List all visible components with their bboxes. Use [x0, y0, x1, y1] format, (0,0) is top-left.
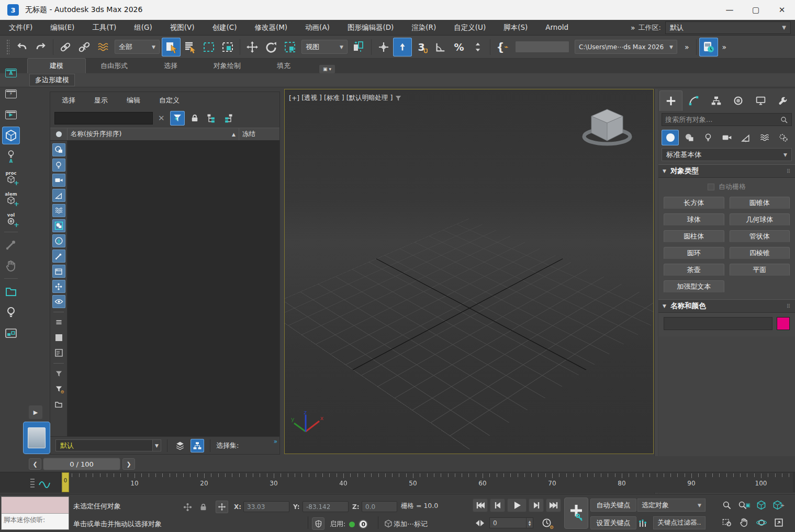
- ribbon-tab-populate[interactable]: 填充: [255, 59, 312, 73]
- create-tube-button[interactable]: 管状体: [730, 230, 790, 243]
- snap-toggle-3d-icon[interactable]: 3: [412, 38, 431, 56]
- tab-display[interactable]: [750, 90, 772, 111]
- add-time-tag[interactable]: 添加⋯标记: [394, 519, 428, 529]
- list-view-button[interactable]: [52, 316, 65, 329]
- detail-view-button[interactable]: [52, 346, 65, 359]
- select-and-link-icon[interactable]: [56, 38, 75, 56]
- per-view-filter-icon[interactable]: [395, 95, 402, 102]
- column-frozen-header[interactable]: 冻结: [239, 128, 279, 140]
- view-cube[interactable]: [576, 101, 639, 160]
- display-hidden-toggle[interactable]: [52, 295, 65, 308]
- select-and-place-button[interactable]: [393, 38, 412, 56]
- create-cylinder-button[interactable]: 圆柱体: [664, 230, 724, 243]
- minimize-button[interactable]: —: [716, 0, 743, 20]
- display-groups-toggle[interactable]: [52, 219, 65, 232]
- play-button[interactable]: [507, 499, 527, 512]
- spinner-snap-toggle-icon[interactable]: [468, 38, 487, 56]
- zoom-icon[interactable]: [718, 496, 735, 514]
- listener-label[interactable]: 脚本迷你侦听:: [2, 514, 69, 529]
- z-coordinate-field[interactable]: [362, 501, 397, 512]
- create-sphere-button[interactable]: 球体: [664, 213, 724, 226]
- bind-to-space-warp-icon[interactable]: [94, 38, 113, 56]
- create-plane-button[interactable]: 平面: [730, 264, 790, 276]
- select-object-button[interactable]: [162, 38, 181, 56]
- display-geometry-toggle[interactable]: [52, 143, 65, 156]
- pan-icon[interactable]: [735, 514, 753, 531]
- selection-lock-toggle[interactable]: [197, 501, 209, 513]
- display-helpers-toggle[interactable]: [52, 189, 65, 202]
- preset-dropdown-arrow[interactable]: ▼: [153, 439, 161, 451]
- menu-animation[interactable]: 动画(A): [296, 20, 339, 35]
- tab-motion[interactable]: [727, 90, 749, 111]
- timeline-playhead[interactable]: 0: [62, 472, 69, 492]
- column-type-icon[interactable]: [50, 128, 68, 140]
- maximize-viewport-icon[interactable]: [770, 514, 787, 531]
- object-color-swatch[interactable]: [777, 317, 790, 330]
- ribbon-tab-modeling[interactable]: 建模: [27, 58, 86, 73]
- tab-utilities[interactable]: [772, 90, 794, 111]
- set-key-button[interactable]: 设置关键点: [590, 516, 636, 529]
- explorer-search-input[interactable]: [54, 112, 153, 124]
- display-biped-toggle[interactable]: [52, 280, 65, 293]
- hierarchy-view-button[interactable]: [191, 439, 204, 452]
- expand-hierarchy-icon[interactable]: [205, 111, 218, 125]
- light-lister-icon[interactable]: [2, 303, 20, 321]
- menu-graph-editors[interactable]: 图形编辑器(D): [339, 20, 402, 35]
- display-bones-toggle[interactable]: [52, 250, 65, 263]
- primitive-category-dropdown[interactable]: 标准基本体 ▼: [662, 148, 792, 161]
- zoom-all-icon[interactable]: ▣: [735, 496, 753, 514]
- keyable-icon[interactable]: [637, 517, 650, 530]
- app-icon[interactable]: 3: [7, 4, 19, 16]
- close-button[interactable]: ✕: [769, 0, 795, 20]
- maxscript-mini-listener[interactable]: 脚本迷你侦听:: [1, 496, 69, 530]
- next-key-button[interactable]: [529, 499, 544, 512]
- named-selection-input[interactable]: [515, 41, 569, 53]
- blank-view-button[interactable]: [52, 331, 65, 344]
- named-selection-sets-button[interactable]: {⌁: [493, 38, 512, 56]
- menu-customize[interactable]: 自定义(U): [445, 20, 495, 35]
- category-shapes[interactable]: [680, 130, 698, 145]
- filter-list-button[interactable]: [52, 367, 65, 380]
- display-xrefs-toggle[interactable]: [52, 234, 65, 247]
- render-setup-button[interactable]: [699, 38, 718, 56]
- select-and-scale-button[interactable]: [281, 38, 299, 56]
- explorer-menu-edit[interactable]: 编辑: [127, 96, 140, 105]
- orbit-icon[interactable]: [753, 514, 770, 531]
- key-selection-dropdown[interactable]: 选定对象 ▼: [637, 499, 706, 512]
- layer-explorer-button[interactable]: [173, 439, 187, 452]
- menu-modifiers[interactable]: 修改器(M): [245, 20, 296, 35]
- autogrid-checkbox[interactable]: [708, 184, 714, 190]
- object-search-input[interactable]: [665, 116, 780, 123]
- y-coordinate-field[interactable]: [303, 501, 349, 512]
- clear-search-icon[interactable]: ✕: [156, 114, 167, 123]
- select-and-rotate-button[interactable]: [262, 38, 281, 56]
- set-keys-button[interactable]: [564, 497, 588, 529]
- menu-file[interactable]: 文件(F): [0, 20, 41, 35]
- category-spacewarps[interactable]: [756, 130, 773, 145]
- zoom-extents-all-icon[interactable]: +: [770, 496, 787, 514]
- select-by-name-button[interactable]: [181, 38, 199, 56]
- current-frame-spinner[interactable]: 0 ▲▼: [489, 517, 533, 528]
- selection-filter-dropdown[interactable]: 全部 ▼: [115, 40, 160, 54]
- zoom-extents-icon[interactable]: [753, 496, 770, 514]
- select-and-move-button[interactable]: [243, 38, 262, 56]
- collapse-hierarchy-icon[interactable]: [221, 111, 235, 125]
- project-folder-dropdown[interactable]: C:\Users\me⋯ds Max 2026 ▼: [575, 40, 677, 54]
- tab-hierarchy[interactable]: [705, 90, 727, 111]
- display-spacewarps-toggle[interactable]: [52, 204, 65, 217]
- menu-group[interactable]: 组(G): [125, 20, 161, 35]
- viewport-menu-shading[interactable]: [默认明暗处理 ]: [346, 94, 393, 103]
- window-crossing-toggle[interactable]: [218, 38, 237, 56]
- absolute-relative-toggle[interactable]: [216, 501, 228, 513]
- tab-modify[interactable]: [683, 90, 705, 111]
- x-coordinate-field[interactable]: [243, 501, 289, 512]
- lock-selection-icon[interactable]: [188, 111, 201, 125]
- arnold-alembic-icon[interactable]: alem+: [2, 189, 20, 207]
- use-pivot-center-button[interactable]: [350, 38, 368, 56]
- create-cone-button[interactable]: 圆锥体: [730, 197, 790, 209]
- maximize-button[interactable]: ▢: [743, 0, 769, 20]
- toolbar-overflow-chevron[interactable]: »: [685, 43, 688, 51]
- perspective-viewport[interactable]: [+] [透视 ] [标准 ] [默认明暗处理 ] x y z: [284, 89, 654, 454]
- select-and-manipulate-button[interactable]: [374, 38, 393, 56]
- menu-edit[interactable]: 编辑(E): [41, 20, 83, 35]
